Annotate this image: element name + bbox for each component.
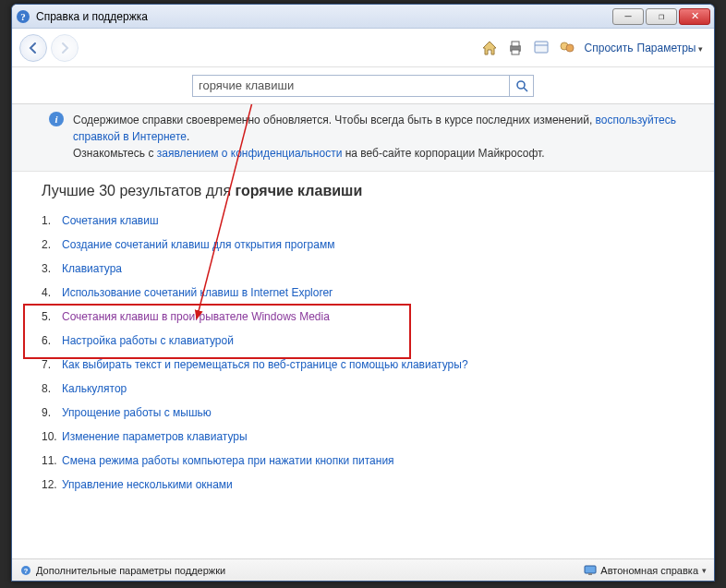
info-icon: i	[49, 112, 64, 126]
titlebar: ? Справка и поддержка	[12, 5, 714, 29]
info-banner: i Содержимое справки своевременно обновл…	[12, 104, 714, 172]
result-item: Смена режима работы компьютера при нажат…	[42, 449, 684, 473]
result-item: Создание сочетаний клавиш для открытия п…	[42, 233, 684, 257]
result-item: Управление несколькими окнами	[42, 473, 684, 497]
results-query: горячие клавиши	[236, 183, 363, 198]
info-link-privacy[interactable]: заявлением о конфиденциальности	[157, 147, 343, 160]
result-item: Сочетания клавиш в проигрывателе Windows…	[42, 305, 684, 329]
result-item: Калькулятор	[42, 377, 684, 401]
statusbar: ? Дополнительные параметры поддержки Авт…	[12, 558, 714, 581]
result-item: Как выбирать текст и перемещаться по веб…	[42, 353, 684, 377]
search-input[interactable]	[193, 77, 509, 94]
help-icon: ?	[16, 9, 30, 24]
svg-rect-15	[588, 573, 592, 575]
gear-icon: ?	[19, 564, 32, 577]
result-link-2[interactable]: Создание сочетаний клавиш для открытия п…	[62, 238, 334, 251]
result-item: Упрощение работы с мышью	[42, 401, 684, 425]
status-help-mode[interactable]: Автономная справка	[584, 564, 707, 577]
result-item: Использование сочетаний клавиш в Interne…	[42, 281, 684, 305]
result-item: Клавиатура	[42, 257, 684, 281]
search-bar	[12, 67, 714, 104]
svg-point-9	[517, 81, 525, 89]
svg-text:?: ?	[24, 567, 29, 575]
info-text-3: на веб-сайте корпорации Майкрософт.	[342, 147, 544, 160]
result-item: Сочетания клавиш	[42, 209, 684, 233]
back-button[interactable]	[19, 34, 47, 62]
result-link-8[interactable]: Калькулятор	[62, 382, 127, 395]
result-link-5[interactable]: Сочетания клавиш в проигрывателе Windows…	[62, 310, 330, 323]
ask-link[interactable]: Спросить	[585, 42, 634, 54]
svg-rect-5	[535, 42, 548, 53]
result-link-4[interactable]: Использование сочетаний клавиш в Interne…	[62, 286, 333, 299]
results-header: Лучшие 30 результатов для горячие клавиш…	[42, 183, 684, 199]
result-item: Изменение параметров клавиатуры	[42, 425, 684, 449]
window-title: Справка и поддержка	[36, 10, 612, 23]
svg-line-10	[524, 88, 527, 91]
status-more-options[interactable]: ? Дополнительные параметры поддержки	[19, 564, 225, 577]
result-link-11[interactable]: Смена режима работы компьютера при нажат…	[62, 454, 394, 467]
forward-button[interactable]	[51, 34, 79, 62]
result-item: Настройка работы с клавиатурой	[42, 329, 684, 353]
monitor-icon	[584, 564, 597, 577]
svg-rect-14	[585, 566, 596, 573]
result-link-12[interactable]: Управление несколькими окнами	[62, 478, 233, 491]
home-icon[interactable]	[479, 38, 500, 58]
content-area: i Содержимое справки своевременно обновл…	[12, 104, 714, 558]
result-link-1[interactable]: Сочетания клавиш	[62, 214, 159, 227]
result-link-3[interactable]: Клавиатура	[62, 262, 122, 275]
result-link-10[interactable]: Изменение параметров клавиатуры	[62, 430, 248, 443]
ask-icon[interactable]	[557, 38, 577, 58]
result-link-9[interactable]: Упрощение работы с мышью	[62, 406, 212, 419]
settings-link[interactable]: Параметры	[637, 42, 703, 54]
info-text-2: Ознакомьтесь с	[73, 147, 157, 160]
result-link-7[interactable]: Как выбирать текст и перемещаться по веб…	[62, 358, 468, 371]
search-button[interactable]	[509, 76, 533, 96]
print-icon[interactable]	[505, 38, 526, 58]
svg-text:?: ?	[20, 11, 26, 22]
svg-point-8	[566, 44, 574, 52]
result-list: Сочетания клавишСоздание сочетаний клави…	[42, 209, 684, 497]
svg-rect-3	[512, 42, 519, 46]
toolbar: Спросить Параметры	[12, 29, 714, 67]
maximize-button[interactable]	[646, 8, 677, 25]
svg-rect-4	[512, 50, 519, 54]
close-button[interactable]	[679, 8, 710, 25]
result-link-6[interactable]: Настройка работы с клавиатурой	[62, 334, 234, 347]
info-text-1: Содержимое справки своевременно обновляе…	[73, 114, 596, 126]
minimize-button[interactable]	[612, 8, 644, 25]
browse-icon[interactable]	[531, 38, 551, 58]
